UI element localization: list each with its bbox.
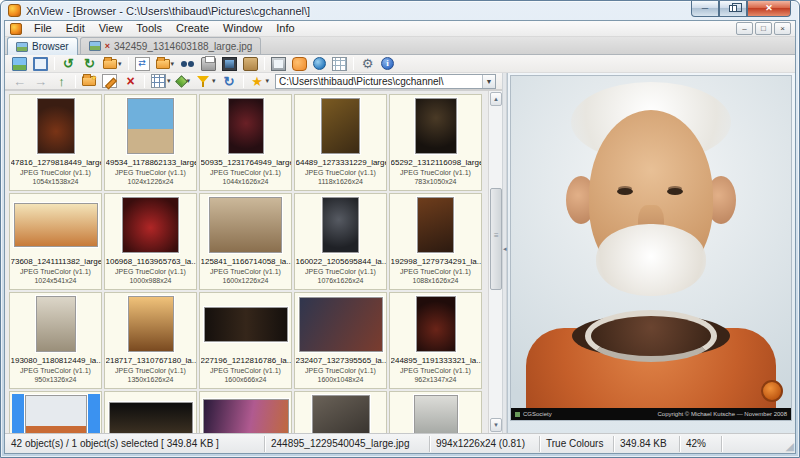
filter-dropdown-button[interactable]: ▾ — [193, 73, 219, 89]
refresh-button[interactable] — [219, 73, 240, 89]
menu-item-create[interactable]: Create — [169, 21, 216, 36]
toolbar-separator — [353, 57, 354, 70]
thumbnail-image — [312, 395, 370, 433]
menu-item-edit[interactable]: Edit — [59, 21, 92, 36]
address-input[interactable] — [276, 75, 482, 88]
move-to-folder-dropdown-button[interactable]: ▾ — [100, 56, 125, 72]
new-folder-button[interactable] — [79, 73, 99, 89]
resize-grip[interactable]: ◢ — [786, 440, 794, 453]
menu-item-view[interactable]: View — [92, 21, 130, 36]
vertical-scrollbar[interactable]: ▲ ▼ — [488, 91, 502, 433]
thumbnail-cell[interactable]: 125841_1166714058_la...JPEG TrueColor (v… — [199, 193, 292, 290]
menu-item-window[interactable]: Window — [216, 21, 269, 36]
close-button[interactable]: ✕ — [747, 1, 791, 17]
file-type-label: JPEG TrueColor (v1.1) — [210, 267, 281, 276]
title-bar[interactable]: XnView - [Browser - C:\Users\thibaud\Pic… — [1, 1, 799, 20]
favorites-dropdown-button[interactable]: ▾ — [247, 73, 273, 89]
scrollbar-thumb[interactable] — [490, 188, 502, 290]
thumbnail-cell[interactable]: 50935_1231764949_largeJPEG TrueColor (v1… — [199, 94, 292, 191]
thumbnail-box — [297, 196, 385, 254]
chevron-down-icon: ▾ — [171, 60, 175, 68]
thumbnail-cell[interactable]: 244895_1191333321_la...JPEG TrueColor (v… — [389, 292, 482, 389]
thumbnail-cell[interactable]: 227196_1212816786_la...JPEG TrueColor (v… — [199, 292, 292, 389]
thumbnail-cell[interactable] — [294, 391, 387, 433]
tab-close-icon[interactable]: × — [105, 42, 110, 51]
convert-button[interactable] — [132, 56, 153, 72]
tag-icon — [175, 75, 188, 88]
file-type-label: JPEG TrueColor (v1.1) — [305, 267, 376, 276]
back-button[interactable] — [9, 73, 30, 89]
contact-sheet-button[interactable] — [329, 56, 350, 72]
address-dropdown-icon[interactable]: ▼ — [482, 75, 495, 88]
file-dimensions-label: 1044x1626x24 — [223, 177, 269, 186]
thumbnail-cell[interactable] — [104, 391, 197, 433]
web-button[interactable] — [310, 56, 329, 72]
refresh-icon — [222, 74, 237, 88]
file-dimensions-label: 1600x1226x24 — [223, 276, 269, 285]
preview-pane: CGSociety Copyright © Michael Kutsche — … — [507, 73, 795, 433]
file-name-label: 50935_1231764949_large — [201, 157, 291, 168]
thumbnail-cell[interactable]: 73608_1241111382_largeJPEG TrueColor (v1… — [9, 193, 102, 290]
thumbnail-cell[interactable]: 160022_1205695844_la...JPEG TrueColor (v… — [294, 193, 387, 290]
app-icon — [8, 4, 21, 17]
minimize-button[interactable]: ─ — [691, 1, 719, 17]
forward-button[interactable] — [30, 73, 51, 89]
search-button[interactable] — [177, 56, 198, 72]
thumbnail-cell[interactable]: 218717_1310767180_la...JPEG TrueColor (v… — [104, 292, 197, 389]
thumbnail-box — [392, 196, 480, 254]
thumbnail-cell[interactable]: 106968_1163965763_la...JPEG TrueColor (v… — [104, 193, 197, 290]
edit-button[interactable] — [99, 73, 120, 89]
rotate-right-button[interactable] — [79, 56, 100, 72]
wallet-button[interactable] — [240, 56, 261, 72]
thumbnail-cell[interactable]: 192998_1279734291_la...JPEG TrueColor (v… — [389, 193, 482, 290]
tab-browser[interactable]: Browser — [7, 37, 78, 55]
menu-item-tools[interactable]: Tools — [129, 21, 169, 36]
caption-icon — [515, 412, 520, 417]
thumbnail-cell[interactable] — [389, 391, 482, 433]
app-menu-icon[interactable] — [10, 23, 22, 35]
delete-button[interactable] — [120, 73, 141, 89]
settings-button[interactable] — [357, 56, 378, 72]
file-dimensions-label: 1600x1048x24 — [318, 375, 364, 384]
menu-item-file[interactable]: File — [27, 21, 59, 36]
mdi-restore-button[interactable]: □ — [755, 22, 772, 35]
open-folder-dropdown-button[interactable]: ▾ — [153, 56, 178, 72]
scroll-down-icon[interactable]: ▼ — [490, 418, 502, 432]
restore-button[interactable] — [719, 1, 747, 17]
file-type-label: JPEG TrueColor (v1.1) — [115, 168, 186, 177]
browse-button[interactable] — [9, 56, 30, 72]
mdi-minimize-button[interactable]: – — [736, 22, 753, 35]
scroll-up-icon[interactable]: ▲ — [490, 92, 502, 106]
menu-item-info[interactable]: Info — [269, 21, 301, 36]
capture-button[interactable] — [268, 56, 289, 72]
thumbnail-cell[interactable] — [199, 391, 292, 433]
toolbar-separator — [264, 57, 265, 70]
fullscreen-button[interactable] — [30, 56, 51, 72]
info-button[interactable] — [378, 56, 397, 72]
splitter-collapse-icon[interactable]: ◂ — [503, 245, 507, 253]
thumbnail-cell[interactable]: 65292_1312116098_largeJPEG TrueColor (v1… — [389, 94, 482, 191]
up-button[interactable] — [51, 73, 72, 89]
print-button[interactable] — [198, 56, 219, 72]
thumbnail-cell[interactable] — [9, 391, 102, 433]
tab-image[interactable]: ×342459_1314603188_large.jpg — [80, 37, 262, 54]
thumbnail-cell[interactable]: 49534_1178862133_largeJPEG TrueColor (v1… — [104, 94, 197, 191]
mdi-window-controls: – □ × — [736, 22, 791, 35]
view-mode-dropdown-button[interactable]: ▾ — [148, 73, 174, 89]
file-type-label: JPEG TrueColor (v1.1) — [20, 267, 91, 276]
view-mode-icon — [151, 74, 166, 88]
mdi-close-button[interactable]: × — [774, 22, 791, 35]
thumbnail-cell[interactable]: 193080_1180812449_la...JPEG TrueColor (v… — [9, 292, 102, 389]
thumbnail-cell[interactable]: 232407_1327395565_la...JPEG TrueColor (v… — [294, 292, 387, 389]
thumbnail-cell[interactable]: 47816_1279818449_largeJPEG TrueColor (v1… — [9, 94, 102, 191]
slideshow-button[interactable] — [219, 56, 240, 72]
thumbnail-cell[interactable]: 64489_1273331229_largeJPEG TrueColor (v1… — [294, 94, 387, 191]
file-dimensions-label: 1118x1626x24 — [318, 177, 363, 186]
rotate-left-button[interactable] — [58, 56, 79, 72]
main-toolbar: ▾▾ — [5, 55, 795, 73]
open-folder-icon — [156, 59, 170, 69]
tag-dropdown-button[interactable]: ▾ — [174, 73, 194, 89]
file-name-label: 106968_1163965763_la... — [106, 256, 196, 267]
comment-button[interactable] — [289, 56, 310, 72]
toolbar-separator — [144, 75, 145, 88]
